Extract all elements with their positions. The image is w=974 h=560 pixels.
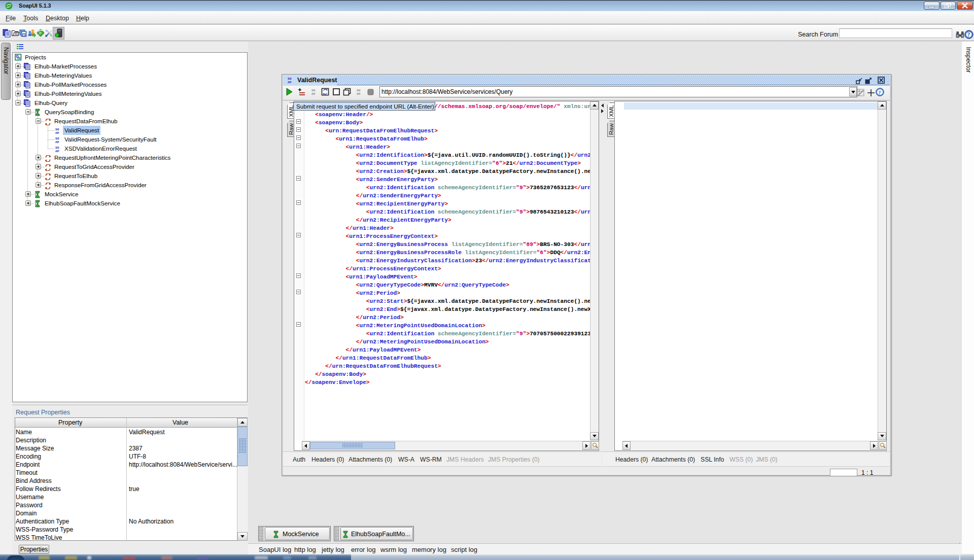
svg-text:AP: AP xyxy=(357,92,361,95)
svg-text:SO: SO xyxy=(288,77,292,81)
svg-text:SO: SO xyxy=(311,89,316,92)
svg-text:AP: AP xyxy=(288,81,292,84)
svg-text:AP: AP xyxy=(55,131,59,134)
svg-text:AP: AP xyxy=(311,92,316,95)
svg-text:SO: SO xyxy=(55,128,59,131)
svg-text:SO: SO xyxy=(55,137,59,141)
svg-text:?: ? xyxy=(878,89,881,95)
svg-text:AP: AP xyxy=(55,150,59,153)
svg-text:SO: SO xyxy=(55,146,59,150)
svg-text:AP: AP xyxy=(55,141,59,144)
svg-text:SO: SO xyxy=(357,89,361,92)
svg-text:?: ? xyxy=(967,31,970,38)
